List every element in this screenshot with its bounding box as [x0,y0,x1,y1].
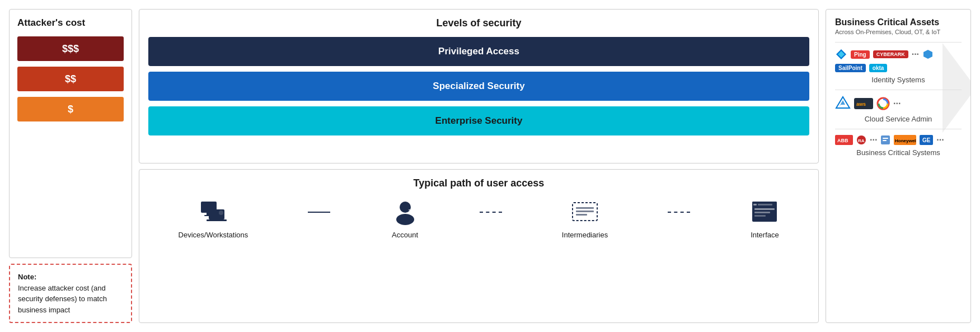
rockwell-icon: RA [856,135,866,145]
level-specialized: Specialized Security [148,72,809,101]
assets-subtitle: Across On-Premises, Cloud, OT, & IoT [835,29,962,35]
cloud-service-section: aws ··· Cloud Service Admin [835,90,962,129]
path-item-interface: Interface [750,197,779,239]
path-flow: Devices/Workstations [148,197,809,239]
note-label: Note: [18,273,36,281]
svg-rect-4 [207,219,227,221]
svg-rect-11 [576,207,594,209]
svg-marker-23 [923,50,932,59]
security-levels: Privileged Access Specialized Security E… [148,37,809,135]
okta-logo: okta [869,64,888,72]
note-box: Note: Increase attacker cost (and securi… [9,264,132,323]
connector-1 [308,212,330,213]
account-icon [391,197,420,226]
intermediaries-label: Intermediaries [562,231,608,239]
path-title: Typical path of user access [148,177,809,189]
svg-rect-17 [758,204,772,205]
interface-label: Interface [751,231,779,239]
svg-text:RA: RA [858,138,865,143]
connector-3 [668,212,690,213]
bcs-section: ABB RA ··· Honeywell [835,129,962,162]
gcp-icon [876,97,890,110]
svg-point-5 [219,211,223,215]
svg-marker-25 [838,100,845,108]
svg-text:aws: aws [856,101,866,107]
svg-rect-9 [409,212,413,213]
ams-icon [922,49,934,60]
sailpoint-logo: SailPoint [835,64,866,72]
svg-point-6 [400,202,411,213]
bcs-label: Business Critical Systems [835,148,962,157]
identity-more-dots: ··· [912,49,919,59]
svg-rect-19 [754,212,770,213]
path-item-intermediaries: Intermediaries [562,197,608,239]
azure-icon [835,96,851,111]
svg-text:Honeywell: Honeywell [895,138,916,143]
ping-logo: Ping [851,50,870,59]
middle-panel: Levels of security Privileged Access Spe… [139,9,819,323]
intermediaries-icon [570,197,599,226]
ge-icon: GE [920,135,933,145]
svg-rect-34 [883,138,888,139]
aws-icon: aws [854,98,873,109]
level-privileged: Privileged Access [148,37,809,66]
bcs-logos: ABB RA ··· Honeywell [835,135,962,145]
svg-rect-18 [754,208,775,210]
azure-diamond-icon [835,48,847,60]
svg-rect-16 [753,204,757,205]
svg-rect-13 [576,214,587,216]
levels-title: Levels of security [148,17,809,29]
svg-text:ABB: ABB [837,138,848,143]
path-box: Typical path of user access [139,169,819,324]
cost-bar-high: $$$ [17,36,124,61]
svg-rect-20 [754,215,766,217]
bcs-more-dots-1: ··· [870,135,877,145]
abb-icon: ABB [835,135,853,145]
identity-systems-section: Ping CYBERARK ··· SailPoint okta Identit… [835,42,962,90]
svg-point-7 [396,214,414,225]
cloud-more-dots: ··· [893,99,901,109]
path-item-account: Account [391,197,420,239]
levels-box: Levels of security Privileged Access Spe… [139,9,819,163]
bcs-more-dots-2: ··· [936,135,944,145]
svg-text:GE: GE [922,137,931,143]
level-enterprise: Enterprise Security [148,106,809,135]
cost-bar-mid: $$ [17,67,124,91]
bcs-icon1 [880,135,890,145]
honeywell-icon: Honeywell [894,135,916,145]
connector-2 [480,212,502,213]
svg-rect-35 [883,140,887,141]
cloud-service-label: Cloud Service Admin [835,115,962,123]
attacker-cost-title: Attacker's cost [17,17,124,29]
attacker-cost-box: Attacker's cost $$$ $$ $ [9,9,132,258]
identity-systems-label: Identity Systems [835,76,962,84]
left-panel: Attacker's cost $$$ $$ $ Note: Increase … [9,9,132,323]
svg-rect-8 [409,209,415,211]
cost-bar-low: $ [17,97,124,121]
assets-title: Business Critical Assets [835,17,962,27]
main-container: Attacker's cost $$$ $$ $ Note: Increase … [0,0,980,332]
right-panel: Business Critical Assets Across On-Premi… [826,9,971,323]
cloud-logos: aws ··· [835,96,962,111]
note-text: Increase attacker cost (and security def… [18,284,107,314]
identity-logos: Ping CYBERARK ··· SailPoint okta [835,48,962,72]
interface-icon [750,197,779,226]
path-item-devices: Devices/Workstations [179,197,248,239]
devices-icon [199,197,228,226]
cyberark-logo: CYBERARK [873,50,908,58]
devices-label: Devices/Workstations [179,231,248,239]
svg-rect-12 [576,211,594,212]
account-label: Account [392,231,418,239]
cost-bars: $$$ $$ $ [17,36,124,121]
